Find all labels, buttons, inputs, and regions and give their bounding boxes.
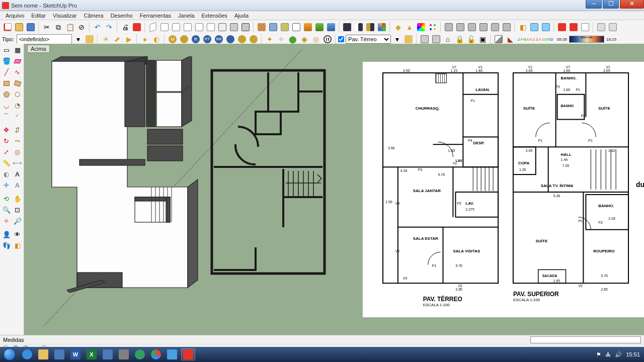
menu-edit[interactable]: Editar (28, 12, 49, 19)
tag-input[interactable] (17, 34, 72, 44)
badge-r[interactable]: R (190, 34, 201, 45)
taskbar-app3[interactable] (117, 348, 131, 360)
taskbar-app4[interactable] (133, 348, 147, 360)
taskbar-app1[interactable] (52, 348, 66, 360)
component-tool[interactable]: ▦ (12, 45, 23, 55)
taskbar-ie[interactable] (20, 348, 34, 360)
zoomwin-tool[interactable]: ⊡ (12, 205, 23, 215)
component-3[interactable] (466, 22, 477, 33)
component-1[interactable] (443, 22, 454, 33)
badge-m[interactable]: M (167, 34, 178, 45)
view-back-button[interactable] (194, 22, 205, 33)
badge-y1[interactable] (236, 34, 248, 45)
badge-bb[interactable]: BB (213, 34, 224, 45)
tag-manage-button[interactable] (84, 34, 95, 45)
layer-manage-button[interactable] (403, 34, 414, 45)
delete-button[interactable]: ⊘ (76, 22, 87, 33)
warehouse-button[interactable] (556, 22, 568, 33)
color1-button[interactable] (302, 22, 313, 33)
color3-button[interactable] (326, 22, 337, 33)
minimize-button[interactable]: ─ (586, 0, 602, 9)
menu-tools[interactable]: Ferramentas (136, 12, 175, 19)
layer-dropdown-button[interactable]: ▾ (391, 34, 403, 45)
taskbar-sketchup[interactable] (181, 348, 195, 360)
model-info-button[interactable] (131, 22, 142, 33)
zoomext-tool[interactable]: ✧ (1, 216, 12, 226)
view-left-button[interactable] (205, 22, 216, 33)
viewport[interactable]: Acima (24, 44, 644, 335)
xray-button[interactable] (268, 22, 279, 33)
shadow-gradient[interactable]: Meio-dia (569, 36, 604, 43)
taskbar-explorer[interactable] (36, 348, 50, 360)
extra-2[interactable] (607, 22, 618, 33)
select-tool[interactable]: ▭ (1, 45, 12, 55)
rotrect-tool[interactable] (12, 78, 23, 88)
render-5[interactable]: ◎ (310, 34, 321, 45)
unlock-icon[interactable]: 🔓 (465, 34, 476, 45)
dots-icon[interactable] (427, 22, 438, 33)
badge-rt[interactable]: RT (202, 34, 213, 45)
new-file-button[interactable] (2, 22, 13, 33)
section-tool[interactable]: ◧ (12, 240, 23, 251)
view-iso-button[interactable] (147, 22, 158, 33)
offset-tool[interactable]: ◎ (12, 147, 23, 157)
redo-button[interactable]: ↷ (104, 22, 115, 33)
home-icon[interactable]: ⌂ (442, 34, 453, 45)
tray-flag-icon[interactable]: ⚑ (596, 351, 601, 358)
view-right-button[interactable] (182, 22, 193, 33)
taskbar-chrome[interactable] (149, 348, 163, 360)
paste-button[interactable]: 📋 (64, 22, 75, 33)
pie-tool[interactable]: ◔ (12, 100, 23, 111)
cut-button[interactable]: ✂ (41, 22, 52, 33)
shadow-toggle[interactable] (493, 34, 504, 45)
render-1[interactable]: ✦ (264, 34, 275, 45)
3dtext-tool[interactable]: A (12, 180, 23, 191)
tray-clock[interactable]: 15:51 (626, 351, 640, 357)
shadow-settings[interactable]: ◣ (505, 34, 516, 45)
paint-tool[interactable]: 🪣 (1, 56, 12, 66)
component-6[interactable] (501, 22, 512, 33)
layer-select[interactable]: Pav. Térreo (346, 35, 391, 44)
mono-button[interactable] (291, 22, 302, 33)
print-button[interactable]: 🖨 (120, 22, 131, 33)
menu-file[interactable]: Arquivo (2, 12, 28, 19)
style-shaded-button[interactable] (240, 22, 251, 33)
freehand-tool[interactable]: ∿ (12, 67, 23, 77)
protractor-tool[interactable]: ◐ (1, 169, 12, 179)
badge-star[interactable] (179, 34, 190, 45)
render-stop[interactable] (322, 34, 333, 45)
badge-y2[interactable] (248, 34, 259, 45)
prev-view-tool[interactable]: 🔎 (12, 216, 23, 226)
smallset-4[interactable] (376, 22, 387, 33)
start-button[interactable] (0, 347, 19, 362)
box-icon[interactable]: ▣ (477, 34, 488, 45)
sun-1[interactable]: ☀ (100, 34, 111, 45)
taskbar-app2[interactable] (101, 348, 115, 360)
menu-view[interactable]: Visualizar (49, 12, 80, 19)
outliner-button[interactable] (419, 34, 430, 45)
sun-3[interactable]: ▶ (123, 34, 134, 45)
look-around-tool[interactable]: 👁 (12, 229, 23, 240)
lock-icon[interactable]: 🔒 (454, 34, 465, 45)
maximize-button[interactable]: ☐ (603, 0, 619, 9)
open-file-button[interactable] (14, 22, 25, 33)
tray-network-icon[interactable]: 🖧 (605, 351, 611, 357)
component-5[interactable] (490, 22, 501, 33)
midpoint-icon[interactable]: ▲ (404, 22, 415, 33)
line-tool[interactable]: ╱ (1, 67, 12, 77)
move-tool[interactable]: ✥ (1, 125, 12, 135)
eraser-tool[interactable] (12, 56, 23, 66)
copy-button[interactable]: ⧉ (53, 22, 64, 33)
arc3-tool[interactable]: ◜ (12, 111, 23, 122)
text-tool[interactable]: A (12, 169, 23, 179)
view-front-button[interactable] (171, 22, 182, 33)
extra-1[interactable] (596, 22, 607, 33)
tape-tool[interactable]: 📏 (1, 158, 12, 168)
component-4[interactable] (478, 22, 489, 33)
pushpull-tool[interactable]: ⇵ (12, 125, 23, 135)
render-3[interactable]: ⬤ (287, 34, 298, 45)
menu-window[interactable]: Janela (175, 12, 198, 19)
taskbar-app5[interactable] (165, 348, 179, 360)
save-file-button[interactable] (25, 22, 36, 33)
axes-tool[interactable]: ✛ (1, 180, 12, 191)
